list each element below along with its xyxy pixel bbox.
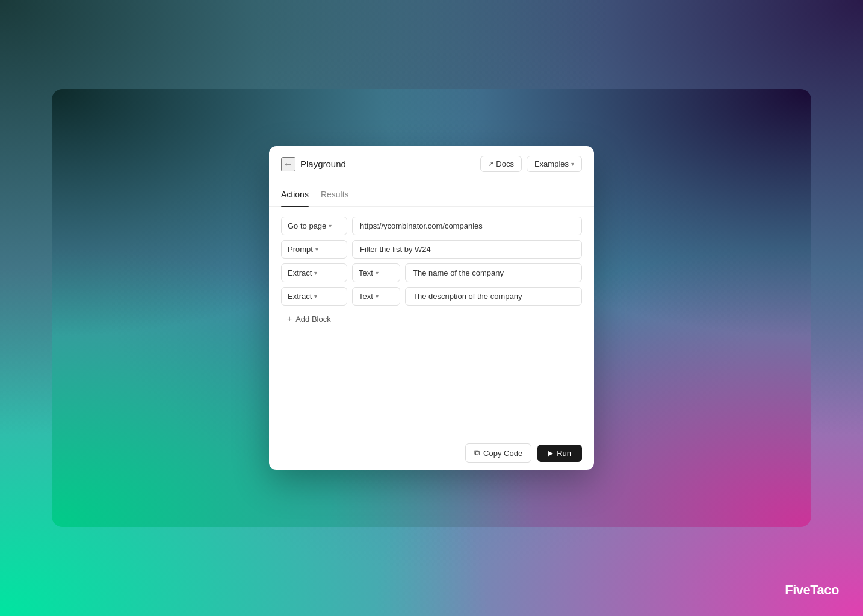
tabs-bar: Actions Results	[269, 182, 594, 207]
block-type-extract-2[interactable]: Extract ▾	[281, 287, 347, 306]
block-input-goto[interactable]	[352, 217, 582, 235]
chevron-down-icon: ▾	[314, 270, 317, 276]
modal: ← Playground ↗ Docs Examples ▾ Actions R…	[269, 146, 594, 470]
docs-button[interactable]: ↗ Docs	[480, 156, 522, 172]
tab-results[interactable]: Results	[321, 182, 349, 206]
chevron-down-icon: ▾	[329, 223, 332, 229]
back-button[interactable]: ←	[281, 157, 295, 171]
block-input-extract-2[interactable]	[405, 287, 582, 306]
block-type-extract-1[interactable]: Extract ▾	[281, 263, 347, 282]
add-block-button[interactable]: + Add Block	[281, 310, 337, 327]
copy-icon: ⧉	[474, 448, 480, 458]
block-input-prompt[interactable]	[352, 240, 582, 259]
copy-code-button[interactable]: ⧉ Copy Code	[465, 443, 531, 463]
chevron-down-icon: ▾	[315, 246, 318, 253]
block-row-extract-2: Extract ▾ Text ▾	[281, 287, 582, 306]
back-arrow-icon: ←	[283, 159, 293, 170]
tab-actions[interactable]: Actions	[281, 182, 309, 206]
block-type-goto[interactable]: Go to page ▾	[281, 217, 347, 235]
block-row-goto: Go to page ▾	[281, 217, 582, 235]
block-row-extract-1: Extract ▾ Text ▾	[281, 263, 582, 282]
block-input-extract-1[interactable]	[405, 263, 582, 282]
plus-icon: +	[287, 314, 292, 324]
block-type-prompt[interactable]: Prompt ▾	[281, 240, 347, 259]
modal-header: ← Playground ↗ Docs Examples ▾	[269, 146, 594, 182]
modal-body: Go to page ▾ Prompt ▾ Extract ▾ Text ▾	[269, 207, 594, 436]
brand-logo: FiveTaco	[785, 582, 839, 598]
block-row-prompt: Prompt ▾	[281, 240, 582, 259]
examples-button[interactable]: Examples ▾	[527, 156, 582, 172]
modal-footer: ⧉ Copy Code ▶ Run	[269, 436, 594, 470]
external-link-icon: ↗	[488, 160, 493, 168]
chevron-down-icon: ▾	[314, 293, 317, 300]
play-icon: ▶	[548, 449, 553, 457]
header-left: ← Playground	[281, 157, 346, 171]
chevron-down-icon: ▾	[571, 161, 574, 167]
chevron-down-icon: ▾	[376, 293, 379, 300]
header-right: ↗ Docs Examples ▾	[480, 156, 582, 172]
chevron-down-icon: ▾	[376, 270, 379, 276]
block-subtype-extract-2[interactable]: Text ▾	[352, 287, 400, 306]
block-subtype-extract-1[interactable]: Text ▾	[352, 263, 400, 282]
run-button[interactable]: ▶ Run	[537, 445, 582, 462]
modal-title: Playground	[300, 159, 346, 169]
